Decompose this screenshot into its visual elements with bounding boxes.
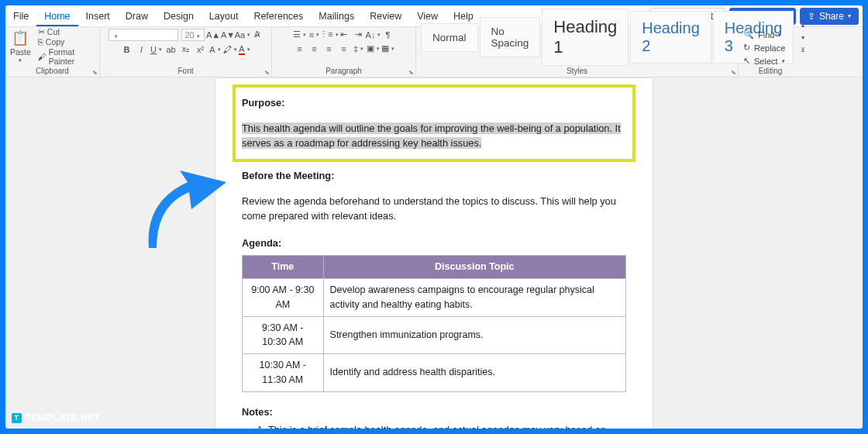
numbering-icon[interactable]: ≡ (308, 29, 320, 40)
document-area: Purpose: This health agenda will outline… (5, 78, 863, 429)
bold-icon[interactable]: B (121, 43, 133, 55)
multilevel-icon[interactable]: ⋮≡ (323, 29, 335, 40)
chevron-down-icon: ▾ (778, 32, 781, 38)
menu-insert[interactable]: Insert (78, 6, 118, 26)
group-editing: 🔍Find▾ ↻Replace ↖Select▾ Editing (739, 27, 802, 77)
show-marks-icon[interactable]: ¶ (382, 29, 394, 40)
style-normal[interactable]: Normal (421, 23, 478, 52)
highlighted-section: Purpose: This health agenda will outline… (232, 84, 636, 162)
callout-arrow-icon (133, 163, 234, 256)
italic-icon[interactable]: I (136, 43, 147, 55)
superscript-icon[interactable]: x² (195, 43, 206, 55)
menu-home[interactable]: Home (36, 6, 78, 26)
brush-icon: 🖌 (38, 52, 46, 61)
group-label: Paragraph (277, 66, 411, 75)
justify-icon[interactable]: ≡ (338, 43, 350, 54)
before-heading: Before the Meeting: (242, 170, 334, 181)
menu-design[interactable]: Design (156, 6, 202, 26)
brand-text: TEMPLATE.NET (26, 412, 100, 423)
dialog-launcher-icon[interactable]: ⬊ (264, 69, 270, 76)
ribbon: 📋 Paste ▾ ✂Cut ⎘Copy 🖌Format Painter Cli… (5, 27, 863, 78)
table-row: 10:30 AM - 11:30 AMIdentify and address … (243, 354, 626, 392)
group-label: Editing (743, 66, 797, 75)
align-right-icon[interactable]: ≡ (323, 43, 335, 54)
align-center-icon[interactable]: ≡ (308, 43, 320, 54)
paste-label: Paste (10, 47, 31, 57)
text-effect-icon[interactable]: A (209, 43, 221, 55)
group-paragraph: ☰ ≡ ⋮≡ ⇤ ⇥ A↓ ¶ ≡ ≡ ≡ ≡ ‡ ▣ ▦ Paragraph … (272, 27, 416, 77)
app-window: File Home Insert Draw Design Layout Refe… (5, 5, 863, 429)
group-label: Styles (421, 66, 733, 75)
note-item: This is a brief sample health agenda, an… (268, 422, 626, 429)
group-label: Clipboard (10, 66, 95, 75)
menu-layout[interactable]: Layout (202, 6, 246, 26)
share-button[interactable]: ⇪Share▾ (800, 8, 859, 25)
group-font: 20 A▲ A▼ Aa A̷ B I U ab x₂ x² A 🖍 A Font… (100, 27, 272, 77)
underline-icon[interactable]: U (150, 43, 162, 55)
align-left-icon[interactable]: ≡ (294, 43, 305, 54)
font-color-icon[interactable]: A (239, 43, 250, 55)
chevron-down-icon: ▾ (848, 12, 851, 19)
clear-format-icon[interactable]: A̷ (252, 29, 264, 40)
chevron-down-icon[interactable]: ▾ (19, 57, 22, 64)
dec-indent-icon[interactable]: ⇤ (338, 29, 350, 40)
menu-file[interactable]: File (5, 6, 36, 26)
th-time: Time (243, 256, 324, 279)
highlight-icon[interactable]: 🖍 (224, 43, 236, 55)
shading-icon[interactable]: ▣ (367, 43, 379, 54)
format-painter-button[interactable]: 🖌Format Painter (36, 47, 95, 66)
line-spacing-icon[interactable]: ‡ (353, 43, 364, 54)
style-nospacing[interactable]: No Spacing (480, 17, 541, 57)
menu-mailings[interactable]: Mailings (311, 6, 362, 26)
dialog-launcher-icon[interactable]: ⬊ (408, 69, 414, 76)
before-body: Review the agenda beforehand to understa… (242, 194, 626, 223)
cursor-icon: ↖ (743, 56, 750, 66)
replace-icon: ↻ (743, 43, 750, 53)
group-label: Font (105, 66, 267, 75)
sort-icon[interactable]: A↓ (367, 29, 379, 40)
font-family-select[interactable] (108, 29, 178, 41)
find-button[interactable]: 🔍Find▾ (743, 29, 785, 40)
borders-icon[interactable]: ▦ (382, 43, 394, 54)
select-button[interactable]: ↖Select▾ (743, 56, 785, 66)
strike-icon[interactable]: ab (165, 43, 177, 55)
menu-draw[interactable]: Draw (118, 6, 156, 26)
copy-icon: ⎘ (38, 37, 43, 46)
notes-heading: Notes: (242, 406, 273, 418)
replace-button[interactable]: ↻Replace (743, 43, 785, 53)
group-clipboard: 📋 Paste ▾ ✂Cut ⎘Copy 🖌Format Painter Cli… (5, 27, 100, 77)
group-styles: Normal No Spacing Heading 1 Heading 2 He… (416, 27, 739, 77)
agenda-heading: Agenda: (242, 237, 281, 249)
share-icon: ⇪ (808, 11, 815, 22)
style-heading2[interactable]: Heading 2 (630, 11, 711, 64)
style-heading1[interactable]: Heading 1 (542, 9, 629, 66)
bullets-icon[interactable]: ☰ (294, 29, 305, 40)
chevron-down-icon: ▾ (782, 58, 785, 64)
grow-font-icon[interactable]: A▲ (208, 29, 219, 40)
cut-button[interactable]: ✂Cut (36, 27, 95, 36)
th-topic: Discussion Topic (323, 256, 625, 279)
search-icon: 🔍 (743, 29, 754, 40)
copy-button[interactable]: ⎘Copy (36, 37, 95, 46)
change-case-icon[interactable]: Aa (237, 29, 249, 40)
font-size-select[interactable]: 20 (181, 29, 205, 41)
purpose-heading: Purpose: (242, 97, 284, 108)
table-row: 9:00 AM - 9:30 AMDevelop awareness campa… (243, 279, 626, 317)
table-row: 9:30 AM - 10:30 AMStrengthen immunizatio… (243, 316, 626, 354)
purpose-body: This health agenda will outline the goal… (242, 122, 621, 149)
inc-indent-icon[interactable]: ⇥ (353, 29, 364, 40)
subscript-icon[interactable]: x₂ (180, 43, 191, 55)
logo-icon: T (12, 413, 22, 423)
watermark: T TEMPLATE.NET (12, 412, 100, 423)
menu-references[interactable]: References (246, 6, 311, 26)
cut-icon: ✂ (38, 27, 45, 36)
menu-review[interactable]: Review (362, 6, 409, 26)
paste-icon[interactable]: 📋 (12, 29, 29, 46)
dialog-launcher-icon[interactable]: ⬊ (731, 69, 736, 76)
dialog-launcher-icon[interactable]: ⬊ (92, 69, 98, 76)
agenda-table: TimeDiscussion Topic 9:00 AM - 9:30 AMDe… (242, 255, 626, 391)
document-page[interactable]: Purpose: This health agenda will outline… (215, 78, 653, 429)
shrink-font-icon[interactable]: A▼ (222, 29, 234, 40)
